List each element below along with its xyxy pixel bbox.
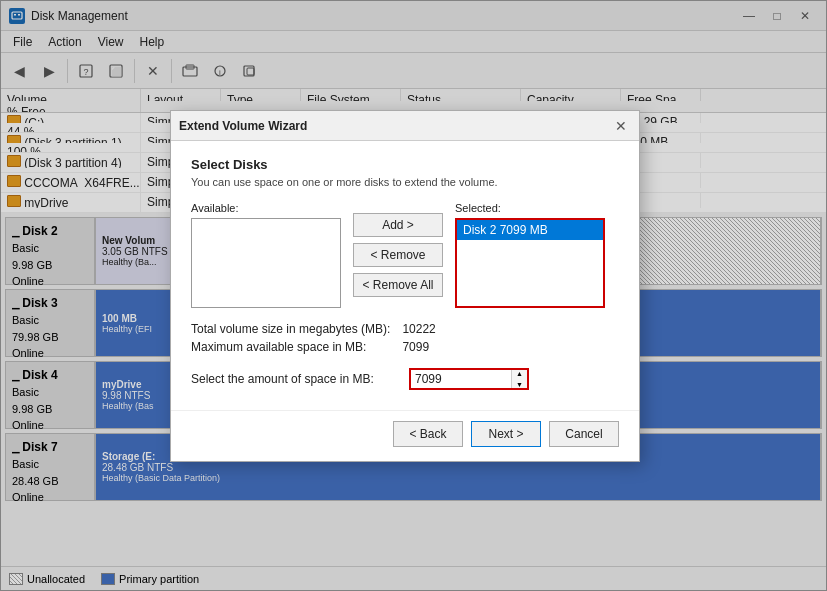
dialog-footer: < Back Next > Cancel — [171, 410, 639, 461]
selected-list[interactable]: Disk 2 7099 MB — [455, 218, 605, 308]
mb-input[interactable] — [411, 370, 511, 388]
remove-all-button[interactable]: < Remove All — [353, 273, 443, 297]
extend-volume-dialog: Extend Volume Wizard ✕ Select Disks You … — [170, 110, 640, 462]
available-panel: Available: — [191, 202, 341, 308]
info-label-0: Total volume size in megabytes (MB): — [191, 322, 390, 336]
info-label-1: Maximum available space in MB: — [191, 340, 390, 354]
mb-input-row: Select the amount of space in MB: ▲ ▼ — [191, 368, 619, 390]
add-button[interactable]: Add > — [353, 213, 443, 237]
dialog-title: Extend Volume Wizard — [179, 119, 307, 133]
spinner-up[interactable]: ▲ — [512, 368, 527, 379]
available-label: Available: — [191, 202, 341, 214]
dialog-body: Select Disks You can use space on one or… — [171, 141, 639, 410]
dialog-title-bar: Extend Volume Wizard ✕ — [171, 111, 639, 141]
mb-spinners: ▲ ▼ — [511, 368, 527, 390]
selected-item[interactable]: Disk 2 7099 MB — [457, 220, 603, 240]
dialog-close-button[interactable]: ✕ — [611, 116, 631, 136]
remove-button[interactable]: < Remove — [353, 243, 443, 267]
info-value-1: 7099 — [402, 340, 619, 354]
mb-input-wrapper: ▲ ▼ — [409, 368, 529, 390]
selected-label: Selected: — [455, 202, 605, 214]
disk-select-area: Available: Add > < Remove < Remove All S… — [191, 202, 619, 308]
disk-btn-group: Add > < Remove < Remove All — [353, 202, 443, 308]
dialog-overlay: Extend Volume Wizard ✕ Select Disks You … — [0, 0, 827, 591]
back-button[interactable]: < Back — [393, 421, 463, 447]
dialog-section-desc: You can use space on one or more disks t… — [191, 176, 619, 188]
spinner-down[interactable]: ▼ — [512, 379, 527, 390]
selected-panel: Selected: Disk 2 7099 MB — [455, 202, 605, 308]
cancel-button[interactable]: Cancel — [549, 421, 619, 447]
info-value-0: 10222 — [402, 322, 619, 336]
next-button[interactable]: Next > — [471, 421, 541, 447]
available-list[interactable] — [191, 218, 341, 308]
mb-input-label: Select the amount of space in MB: — [191, 372, 401, 386]
dialog-section-title: Select Disks — [191, 157, 619, 172]
info-grid: Total volume size in megabytes (MB): 102… — [191, 322, 619, 354]
